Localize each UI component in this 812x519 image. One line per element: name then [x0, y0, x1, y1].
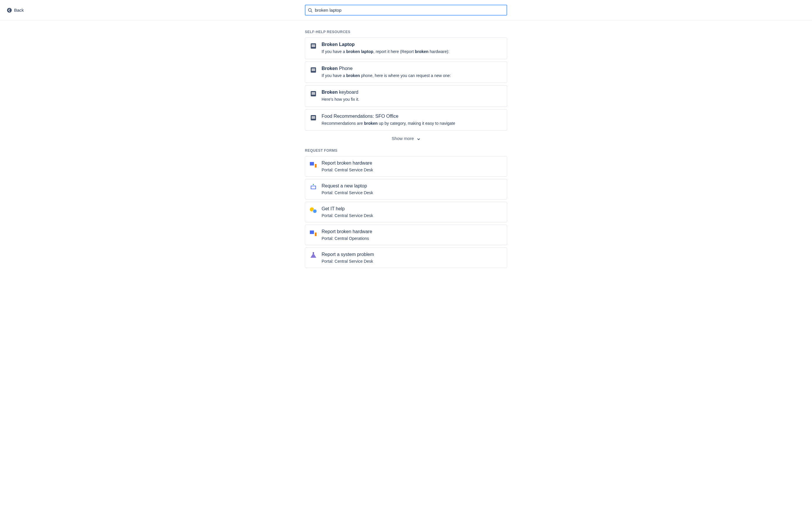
top-bar: Back	[0, 0, 812, 21]
back-label: Back	[14, 8, 24, 12]
request-form-portal: Portal: Central Service Desk	[322, 213, 502, 218]
card-title: Broken Laptop	[322, 42, 502, 47]
arrow-left-circle-icon	[7, 8, 12, 12]
help-icon	[310, 207, 317, 214]
card-description: Recommendations are broken up by categor…	[322, 121, 502, 126]
request-form-portal: Portal: Central Service Desk	[322, 167, 502, 172]
request-form-item[interactable]: Get IT helpPortal: Central Service Desk	[305, 202, 507, 222]
svg-line-2	[311, 11, 312, 12]
request-form-item[interactable]: Report a system problemPortal: Central S…	[305, 247, 507, 268]
svg-point-0	[7, 8, 12, 12]
self-help-item[interactable]: Broken LaptopIf you have a broken laptop…	[305, 37, 507, 59]
show-more-label: Show more	[392, 136, 414, 141]
card-description: Here's how you fix it.	[322, 97, 502, 102]
card-body: Broken LaptopIf you have a broken laptop…	[322, 42, 502, 55]
back-button[interactable]: Back	[7, 8, 95, 12]
request-form-portal: Portal: Central Operations	[322, 236, 502, 241]
show-more-button[interactable]: Show more	[305, 133, 507, 146]
card-description: If you have a broken laptop, report it h…	[322, 49, 502, 55]
request-forms-heading: REQUEST FORMS	[305, 149, 507, 153]
card-body: Report broken hardwarePortal: Central Op…	[322, 229, 502, 241]
laptop-icon	[310, 184, 317, 191]
search-icon	[308, 8, 313, 12]
request-form-item[interactable]: Report broken hardwarePortal: Central Op…	[305, 225, 507, 245]
article-icon	[310, 66, 317, 73]
article-icon	[310, 90, 317, 97]
request-form-item[interactable]: Request a new laptopPortal: Central Serv…	[305, 179, 507, 200]
card-body: Food Recommendations: SFO OfficeRecommen…	[322, 114, 502, 126]
card-body: Request a new laptopPortal: Central Serv…	[322, 183, 502, 195]
request-form-item[interactable]: Report broken hardwarePortal: Central Se…	[305, 156, 507, 177]
card-title: Broken Phone	[322, 66, 502, 71]
search-input-wrapper	[305, 5, 507, 16]
hardware-icon	[310, 161, 317, 168]
request-forms-list: Report broken hardwarePortal: Central Se…	[305, 156, 507, 268]
card-body: Report a system problemPortal: Central S…	[322, 252, 502, 264]
self-help-list: Broken LaptopIf you have a broken laptop…	[305, 37, 507, 131]
self-help-item[interactable]: Broken PhoneIf you have a broken phone, …	[305, 62, 507, 83]
request-form-portal: Portal: Central Service Desk	[322, 259, 502, 264]
self-help-heading: SELF-HELP RESOURCES	[305, 30, 507, 34]
request-form-title: Report broken hardware	[322, 160, 502, 166]
card-description: If you have a broken phone, here is wher…	[322, 73, 502, 79]
article-icon	[310, 114, 317, 121]
request-form-title: Request a new laptop	[322, 183, 502, 189]
self-help-item[interactable]: Broken keyboardHere's how you fix it.	[305, 85, 507, 107]
chevron-down-icon	[417, 137, 420, 140]
search-input[interactable]	[305, 5, 507, 16]
request-form-title: Report broken hardware	[322, 229, 502, 234]
card-body: Report broken hardwarePortal: Central Se…	[322, 160, 502, 172]
self-help-item[interactable]: Food Recommendations: SFO OfficeRecommen…	[305, 109, 507, 131]
card-title: Food Recommendations: SFO Office	[322, 114, 502, 119]
card-body: Broken PhoneIf you have a broken phone, …	[322, 66, 502, 79]
hardware-icon	[310, 230, 317, 237]
card-title: Broken keyboard	[322, 90, 502, 95]
request-form-title: Report a system problem	[322, 252, 502, 257]
card-body: Get IT helpPortal: Central Service Desk	[322, 206, 502, 218]
system-problem-icon	[310, 252, 317, 260]
content: SELF-HELP RESOURCES Broken LaptopIf you …	[305, 21, 507, 282]
svg-point-1	[309, 8, 311, 11]
request-form-portal: Portal: Central Service Desk	[322, 190, 502, 195]
article-icon	[310, 42, 317, 50]
card-body: Broken keyboardHere's how you fix it.	[322, 90, 502, 102]
request-form-title: Get IT help	[322, 206, 502, 211]
